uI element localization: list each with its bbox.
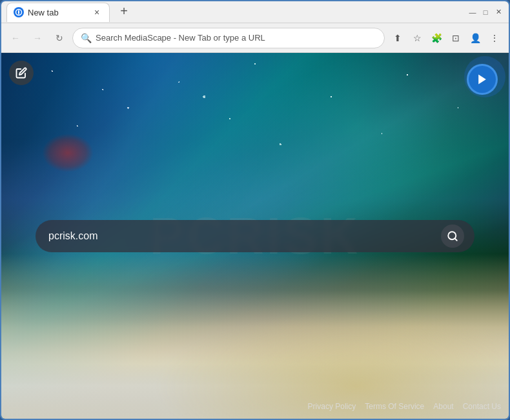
bookmark-icon[interactable]: ☆	[408, 29, 426, 47]
toolbar-icons: ⬆ ☆ 🧩 ⊡ 👤 ⋮	[389, 29, 504, 47]
search-icon: 🔍	[81, 33, 92, 43]
forward-button[interactable]: →	[28, 29, 46, 47]
omnibox-text: Search MediaScape - New Tab or type a UR…	[96, 33, 376, 43]
share-icon[interactable]: ⬆	[389, 29, 407, 47]
svg-marker-1	[478, 75, 486, 85]
search-container	[36, 220, 474, 252]
privacy-policy-link[interactable]: Privacy Policy	[308, 402, 356, 411]
edit-button[interactable]	[9, 61, 34, 85]
play-button[interactable]	[467, 64, 498, 95]
omnibox[interactable]: 🔍 Search MediaScape - New Tab or type a …	[72, 28, 385, 48]
tab-close-button[interactable]: ×	[91, 6, 103, 18]
terms-of-service-link[interactable]: Terms Of Service	[365, 402, 424, 411]
edit-icon	[15, 67, 27, 79]
contact-us-link[interactable]: Contact Us	[463, 402, 501, 411]
footer: Privacy Policy Terms Of Service About Co…	[308, 402, 501, 411]
address-bar: ← → ↻ 🔍 Search MediaScape - New Tab or t…	[1, 23, 509, 53]
close-button[interactable]: ✕	[493, 7, 504, 17]
back-button[interactable]: ←	[6, 29, 25, 47]
play-icon	[476, 73, 489, 86]
refresh-button[interactable]: ↻	[50, 29, 68, 47]
tab-favicon	[14, 7, 24, 17]
search-bar	[36, 220, 474, 252]
page-content: PCRISK	[1, 53, 509, 419]
about-link[interactable]: About	[433, 402, 453, 411]
window-controls: — □ ✕	[467, 7, 504, 17]
browser-window: New tab × + — □ ✕ ← → ↻ 🔍 Search MediaSc…	[0, 0, 510, 420]
tab-title: New tab	[28, 8, 59, 17]
search-button[interactable]	[441, 225, 464, 248]
tab-view-icon[interactable]: ⊡	[447, 29, 465, 47]
extensions-icon[interactable]: 🧩	[427, 29, 445, 47]
play-button-outer[interactable]	[464, 56, 505, 97]
new-tab-button[interactable]: +	[115, 3, 133, 21]
profile-icon[interactable]: 👤	[466, 29, 484, 47]
svg-line-3	[454, 238, 456, 240]
maximize-button[interactable]: □	[480, 7, 491, 17]
search-input[interactable]	[48, 230, 434, 242]
browser-tab[interactable]: New tab ×	[6, 3, 110, 22]
search-submit-icon	[447, 230, 458, 242]
minimize-button[interactable]: —	[467, 7, 478, 17]
menu-icon[interactable]: ⋮	[485, 29, 504, 47]
title-bar: New tab × + — □ ✕	[1, 1, 509, 23]
